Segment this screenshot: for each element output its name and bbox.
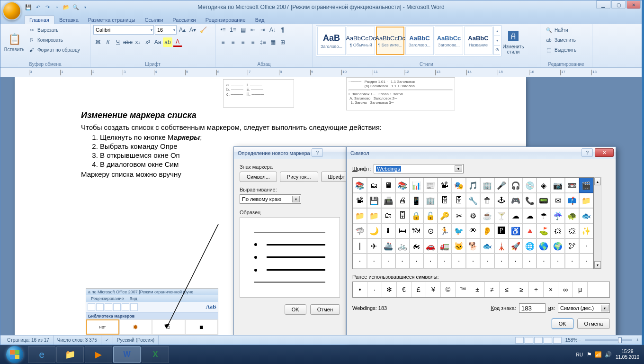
symbol-cell[interactable]: · <box>438 254 452 269</box>
symbol-cell[interactable]: ☕ <box>480 208 494 223</box>
symbol-cell[interactable]: 📊 <box>410 178 424 193</box>
symbol-cell[interactable]: 📁 <box>353 208 367 223</box>
subscript-icon[interactable]: x₂ <box>133 37 143 47</box>
symbol-cell[interactable]: 🏢 <box>480 178 494 193</box>
symbol-cell[interactable]: 🐟 <box>579 208 593 223</box>
symbol-cell[interactable]: 🍽 <box>410 223 424 238</box>
symbol-cell[interactable]: ✂ <box>452 208 466 223</box>
picture-button[interactable]: Рисунок... <box>280 172 318 182</box>
zoom-slider[interactable] <box>585 339 632 341</box>
align-center-icon[interactable]: ≡ <box>228 37 238 47</box>
symbol-cell[interactable]: 🗄 <box>395 208 410 223</box>
symbol-cell[interactable]: 🗄 <box>452 193 466 208</box>
tray-flag-icon[interactable]: ⚑ <box>587 351 592 358</box>
show-marks-icon[interactable]: ¶ <box>278 25 287 35</box>
recent-symbol[interactable]: ≥ <box>514 282 529 297</box>
recent-symbol[interactable]: € <box>397 282 411 297</box>
symbol-cell[interactable]: ⚙ <box>466 208 480 223</box>
recent-symbol[interactable]: · <box>367 282 382 297</box>
symbol-cell[interactable]: 🚀 <box>509 238 523 254</box>
cut-button[interactable]: ✂Вырезать <box>26 25 82 35</box>
tab-insert[interactable]: Вставка <box>54 16 83 24</box>
symbol-cell[interactable]: ✨ <box>579 223 593 238</box>
symbol-cell[interactable]: ☁ <box>509 208 523 223</box>
symbol-cell[interactable]: 📠 <box>381 193 395 208</box>
symbol-grid[interactable]: 📚🗂🖥📚📊📰📽🎭🎵🏢🎤🎧💿◈📷📼🎬📽💾📠🖨📱🏢🗄🗄🔧🗑🕹🎮📞📟✉📫📁📁📁🗂🗄🔒🔓… <box>352 177 594 269</box>
symbol-cell[interactable]: 🔓 <box>423 208 438 223</box>
symbol-cell[interactable]: · <box>410 254 424 269</box>
zoom-level[interactable]: 158% <box>565 337 578 343</box>
symbol-cell[interactable]: ✈ <box>367 238 381 254</box>
ruler[interactable]: 0123456789101112131415161718 <box>0 68 642 77</box>
shading-icon[interactable]: ▦ <box>268 37 277 47</box>
multilevel-icon[interactable]: ▤ <box>238 25 248 35</box>
symbol-cell[interactable]: 🎮 <box>509 193 523 208</box>
symbol-cell[interactable]: 🗯 <box>565 223 579 238</box>
symbol-cell[interactable]: · <box>579 238 593 254</box>
symbol-cell[interactable]: · <box>509 254 523 269</box>
tab-home[interactable]: Главная <box>24 15 54 24</box>
symbol-cell[interactable]: 📟 <box>537 193 551 208</box>
scroll-down-icon[interactable]: ▾ <box>594 261 601 269</box>
align-left-icon[interactable]: ≡ <box>218 37 228 47</box>
symbol-cell[interactable]: · <box>480 254 494 269</box>
symbol-cell[interactable]: ✉ <box>551 193 565 208</box>
line-spacing-icon[interactable]: ‡≡ <box>258 37 268 47</box>
symbol-cell[interactable]: 🛏 <box>395 223 410 238</box>
dec-indent-icon[interactable]: ⇤ <box>248 25 258 35</box>
symbol-cell[interactable]: · <box>579 254 593 269</box>
symbol-cell[interactable]: 🎵 <box>466 178 480 193</box>
format-painter-button[interactable]: 🖌Формат по образцу <box>26 45 82 55</box>
symbol-cell[interactable]: 💾 <box>367 193 381 208</box>
symbol-ok-button[interactable]: OK <box>552 318 573 329</box>
symbol-cell[interactable]: 📁 <box>367 208 381 223</box>
recent-symbol[interactable]: ✻ <box>382 282 397 297</box>
start-button[interactable] <box>2 345 27 364</box>
help-button[interactable]: ? <box>312 148 323 157</box>
symbol-cell[interactable]: 🖨 <box>395 193 410 208</box>
tab-view[interactable]: Вид <box>250 16 269 24</box>
recent-symbol[interactable]: • <box>353 282 367 297</box>
tray-volume-icon[interactable]: 🔊 <box>605 351 612 358</box>
recent-symbol[interactable]: © <box>441 282 456 297</box>
symbol-cell[interactable]: 📚 <box>353 178 367 193</box>
style-item[interactable]: AaBbCcDc¶ Без инте... <box>376 27 404 55</box>
qat-new-icon[interactable]: ▫ <box>53 3 61 11</box>
help-button[interactable]: ? <box>581 148 593 157</box>
symbol-cell[interactable]: · <box>466 254 480 269</box>
symbol-cell[interactable]: 🎬 <box>579 178 593 193</box>
symbol-cancel-button[interactable]: Отмена <box>577 318 610 329</box>
styles-gallery[interactable]: AaBЗаголово... AaBbCcDc¶ Обычный AaBbCcD… <box>316 25 501 56</box>
symbol-cell[interactable]: ♿ <box>509 223 523 238</box>
symbol-cell[interactable]: · <box>452 254 466 269</box>
symbol-cell[interactable]: 🚲 <box>395 238 410 254</box>
qat-more-icon[interactable]: ▾ <box>81 3 89 11</box>
symbol-cell[interactable]: 🗂 <box>381 208 395 223</box>
symbol-cell[interactable]: 🚗 <box>423 238 438 254</box>
bullets-icon[interactable]: •≡ <box>218 25 228 35</box>
task-media[interactable]: ▶ <box>85 346 112 363</box>
superscript-icon[interactable]: x² <box>143 37 152 47</box>
symbol-cell[interactable]: | <box>353 238 367 254</box>
qat-open-icon[interactable]: 📂 <box>62 3 71 11</box>
symbol-cell[interactable]: 🅿 <box>494 223 509 238</box>
symbol-cell[interactable]: 🏃 <box>438 223 452 238</box>
symbol-cell[interactable]: 🐢 <box>565 208 579 223</box>
tab-mailings[interactable]: Рассылки <box>168 16 200 24</box>
symbol-cell[interactable]: 🔺 <box>523 223 537 238</box>
symbol-cell[interactable]: 🌙 <box>367 223 381 238</box>
symbol-scrollbar[interactable]: ▴ ▾ <box>594 177 601 269</box>
close-button[interactable]: ✕ <box>626 0 641 9</box>
symbol-cell[interactable]: 🕊 <box>565 238 579 254</box>
recent-symbol[interactable]: ∞ <box>558 282 573 297</box>
symbol-cell[interactable]: 📷 <box>551 178 565 193</box>
tray-lang[interactable]: RU <box>576 352 582 357</box>
style-item[interactable]: AaBЗаголово... <box>317 27 346 55</box>
symbol-cell[interactable]: 🖥 <box>381 178 395 193</box>
symbol-cell[interactable]: ☔ <box>551 208 565 223</box>
paste-button[interactable]: 📋 Вставить <box>3 25 25 58</box>
status-page[interactable]: Страница: 16 из 17 <box>3 336 54 345</box>
symbol-cell[interactable]: 👁 <box>466 223 480 238</box>
numbering-icon[interactable]: 1≡ <box>228 25 238 35</box>
replace-button[interactable]: abЗаменить <box>543 35 578 45</box>
